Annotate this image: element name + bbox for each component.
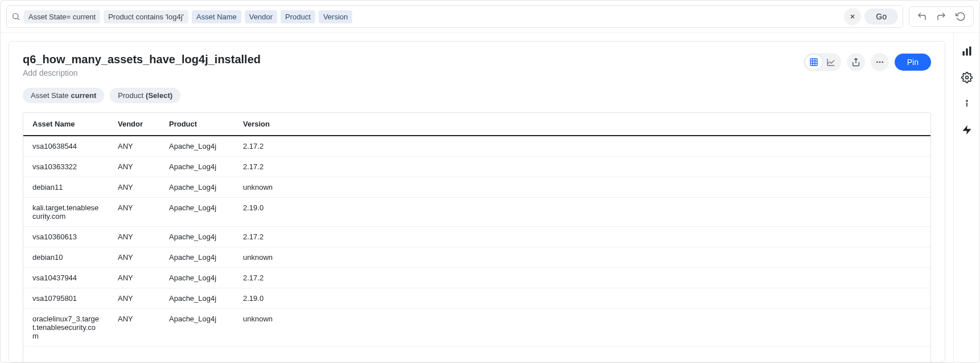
filter-chip-label: Asset State xyxy=(31,91,68,100)
table-cell: Apache_Log4j xyxy=(160,309,234,346)
pin-button[interactable]: Pin xyxy=(895,54,931,71)
search-icon xyxy=(11,12,20,21)
redo-icon xyxy=(936,11,946,22)
rail-info-button[interactable] xyxy=(959,96,975,112)
query-bar[interactable]: Asset State= current Product contains 'l… xyxy=(6,5,903,28)
table-cell: ANY xyxy=(109,247,160,268)
table-row[interactable]: vsa10363322ANYApache_Log4j2.17.2 xyxy=(23,157,930,177)
table-cell: ANY xyxy=(109,309,160,346)
table-row[interactable]: debian10ANYApache_Log4junknown xyxy=(23,247,930,268)
table-cell: ANY xyxy=(109,136,160,157)
table-cell: vsa10437944 xyxy=(23,268,109,288)
filter-chip-value: (Select) xyxy=(146,91,172,100)
rail-quick-button[interactable] xyxy=(959,122,975,138)
table-cell: 2.19.0 xyxy=(234,288,291,309)
filter-chip-label: Product xyxy=(118,91,143,100)
chart-view-button[interactable] xyxy=(822,55,839,70)
table-cell: Apache_Log4j xyxy=(160,227,234,247)
table-cell: kali.target.tenablesecurity.com xyxy=(23,198,109,227)
right-rail xyxy=(953,33,979,362)
column-header-vendor[interactable]: Vendor xyxy=(109,113,160,136)
table-cell: 2.17.2 xyxy=(234,227,291,247)
svg-point-0 xyxy=(13,14,18,19)
undo-icon xyxy=(917,11,927,22)
table-row[interactable]: vsa10638544ANYApache_Log4j2.17.2 xyxy=(23,136,930,157)
svg-rect-17 xyxy=(969,47,971,56)
query-pill-filter[interactable]: Product contains 'log4j' xyxy=(104,10,188,23)
share-button[interactable] xyxy=(847,53,865,71)
table-cell: ANY xyxy=(109,268,160,288)
table-cell: Apache_Log4j xyxy=(160,136,234,157)
table-cell xyxy=(291,157,930,177)
table-cell: ANY xyxy=(109,198,160,227)
filter-chip-asset-state[interactable]: Asset State current xyxy=(23,88,104,103)
table-row[interactable]: vsa10437944ANYApache_Log4j2.17.2 xyxy=(23,268,930,288)
column-header-version[interactable]: Version xyxy=(234,113,291,136)
table-cell: unknown xyxy=(234,247,291,268)
query-pill-column[interactable]: Product xyxy=(281,10,315,23)
results-table: Asset Name Vendor Product Version vsa106… xyxy=(23,113,930,346)
table-cell: oraclelinux7_3.target.tenablesecurity.co… xyxy=(23,309,109,346)
gear-icon xyxy=(961,72,973,83)
redo-button[interactable] xyxy=(934,10,948,23)
table-cell xyxy=(291,198,930,227)
table-cell xyxy=(291,309,930,346)
column-header-product[interactable]: Product xyxy=(160,113,234,136)
table-icon xyxy=(809,58,818,67)
rail-settings-button[interactable] xyxy=(959,70,975,85)
share-icon xyxy=(851,58,860,67)
filter-chip-product[interactable]: Product (Select) xyxy=(110,88,180,103)
more-button[interactable] xyxy=(871,53,889,71)
svg-rect-4 xyxy=(810,59,817,66)
table-cell: Apache_Log4j xyxy=(160,288,234,309)
table-cell: ANY xyxy=(109,288,160,309)
svg-point-18 xyxy=(965,76,968,79)
svg-point-14 xyxy=(882,62,883,63)
table-row[interactable]: vsa10795801ANYApache_Log4j2.19.0 xyxy=(23,288,930,309)
query-description[interactable]: Add description xyxy=(23,68,261,78)
reset-icon xyxy=(956,11,966,22)
history-nav xyxy=(909,6,974,27)
svg-marker-21 xyxy=(962,125,971,135)
table-row[interactable]: debian11ANYApache_Log4junknown xyxy=(23,177,930,198)
bar-chart-icon xyxy=(961,46,973,57)
more-icon xyxy=(875,58,884,67)
lightning-icon xyxy=(961,124,973,136)
table-cell: vsa10795801 xyxy=(23,288,109,309)
svg-rect-16 xyxy=(966,48,967,56)
query-pill-column[interactable]: Asset Name xyxy=(192,10,241,23)
table-cell: 2.17.2 xyxy=(234,136,291,157)
query-pill-column[interactable]: Vendor xyxy=(245,10,277,23)
table-row[interactable]: kali.target.tenablesecurity.comANYApache… xyxy=(23,198,930,227)
table-cell: unknown xyxy=(234,177,291,198)
column-header-asset-name[interactable]: Asset Name xyxy=(23,113,109,136)
table-cell: unknown xyxy=(234,309,291,346)
table-view-button[interactable] xyxy=(805,55,822,70)
table-cell: Apache_Log4j xyxy=(160,247,234,268)
go-button[interactable]: Go xyxy=(864,9,898,25)
query-title[interactable]: q6_how_many_assets_have_log4j_installed xyxy=(23,53,261,66)
table-cell xyxy=(291,227,930,247)
table-cell: ANY xyxy=(109,227,160,247)
clear-query-button[interactable] xyxy=(844,8,861,25)
table-cell: 2.19.0 xyxy=(234,198,291,227)
query-pill-filter[interactable]: Asset State= current xyxy=(24,10,100,23)
info-icon xyxy=(961,98,973,109)
table-cell xyxy=(291,136,930,157)
undo-button[interactable] xyxy=(915,10,929,23)
svg-rect-15 xyxy=(962,51,964,56)
reset-button[interactable] xyxy=(954,10,967,23)
rail-analytics-button[interactable] xyxy=(959,43,975,59)
table-row[interactable]: vsa10360613ANYApache_Log4j2.17.2 xyxy=(23,227,930,247)
results-table-container[interactable]: Asset Name Vendor Product Version vsa106… xyxy=(23,112,931,362)
column-header-empty xyxy=(291,113,930,136)
applied-filters: Asset State current Product (Select) xyxy=(23,88,931,103)
table-cell xyxy=(291,288,930,309)
table-cell: ANY xyxy=(109,177,160,198)
table-row[interactable]: oraclelinux7_3.target.tenablesecurity.co… xyxy=(23,309,930,346)
table-cell: Apache_Log4j xyxy=(160,177,234,198)
table-cell: 2.17.2 xyxy=(234,157,291,177)
filter-chip-value: current xyxy=(71,91,96,100)
query-pill-column[interactable]: Version xyxy=(319,10,352,23)
chart-icon xyxy=(826,58,835,67)
